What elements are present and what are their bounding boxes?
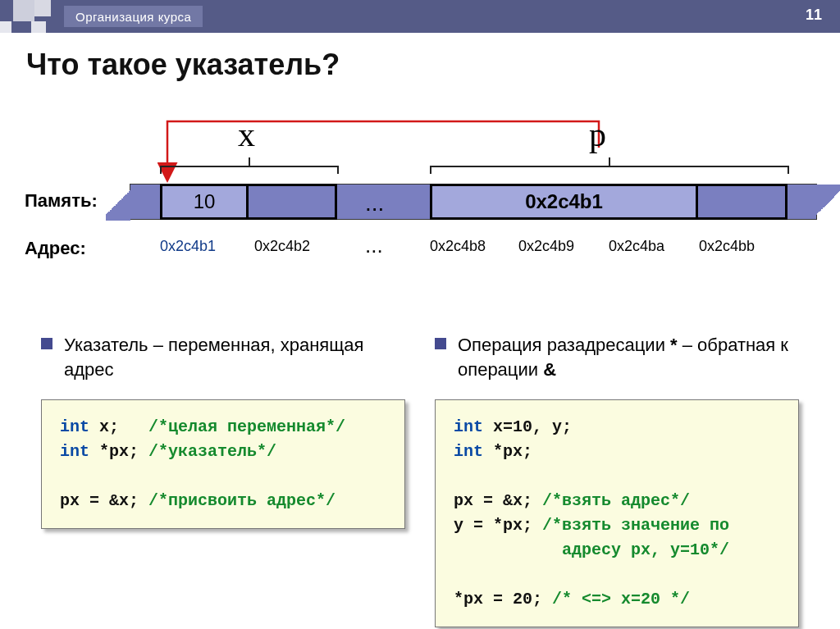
breadcrumb: Организация курса (64, 6, 203, 27)
addr-4: 0x2c4ba (609, 238, 664, 255)
brace-p (430, 166, 789, 180)
memory-cell-x2 (249, 184, 337, 220)
slide-header: Организация курса 11 (0, 0, 840, 33)
addr-5: 0x2c4bb (699, 238, 755, 255)
addr-3: 0x2c4b9 (518, 238, 574, 255)
memory-cell-p: 0x2c4b1 (430, 184, 698, 220)
left-bullet-text: Указатель – переменная, хранящая адрес (64, 333, 405, 381)
right-code: int x=10, y; int *px; px = &x; /*взять а… (435, 399, 799, 627)
ellipsis-mem: ... (365, 190, 384, 217)
bullet-icon (435, 338, 446, 349)
addr-2: 0x2c4b8 (430, 238, 486, 255)
variable-p-label: p (589, 115, 606, 154)
content-columns: Указатель – переменная, хранящая адрес i… (0, 333, 840, 627)
variable-x-label: x (238, 115, 255, 154)
page-title: Что такое указатель? (26, 48, 840, 82)
memory-diagram: x p Память: 10 ... 0x2c4b1 Адрес: 0x2c4b… (0, 115, 840, 328)
header-decoration (0, 0, 57, 33)
memory-cell-p2 (698, 184, 788, 220)
address-row-label: Адрес: (25, 238, 86, 259)
page-number: 11 (806, 7, 822, 24)
right-bullet-text: Операция разадресации * – обратная к опе… (458, 333, 799, 381)
right-column: Операция разадресации * – обратная к опе… (435, 333, 799, 627)
brace-x (160, 166, 339, 180)
left-column: Указатель – переменная, хранящая адрес i… (41, 333, 405, 627)
left-code: int x; /*целая переменная*/ int *px; /*у… (41, 399, 405, 529)
memory-cell-x: 10 (160, 184, 249, 220)
addr-1: 0x2c4b2 (254, 238, 310, 255)
addr-0: 0x2c4b1 (160, 238, 216, 255)
ellipsis-addr: ... (365, 233, 383, 258)
bullet-icon (41, 338, 52, 349)
left-bullet: Указатель – переменная, хранящая адрес (41, 333, 405, 381)
memory-row-label: Память: (25, 190, 98, 212)
right-bullet: Операция разадресации * – обратная к опе… (435, 333, 799, 381)
